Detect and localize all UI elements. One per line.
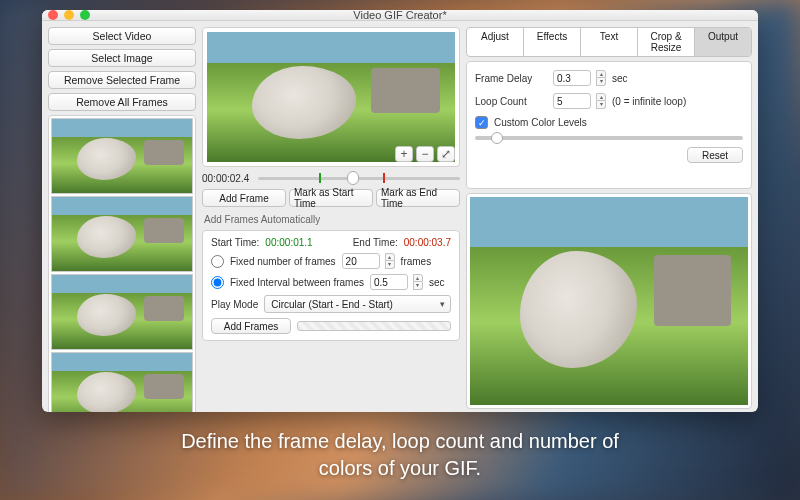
fixed-interval-field[interactable]: 0.5 (370, 274, 408, 290)
marketing-caption: Define the frame delay, loop count and n… (181, 428, 619, 482)
reset-button[interactable]: Reset (687, 147, 743, 163)
custom-colors-label: Custom Color Levels (494, 117, 587, 128)
fixed-interval-radio[interactable] (211, 276, 224, 289)
video-preview: + − ⤢ (202, 27, 460, 167)
tab-adjust[interactable]: Adjust (467, 28, 524, 56)
loop-count-stepper[interactable]: ▴▾ (596, 93, 606, 109)
fixed-number-field[interactable]: 20 (342, 253, 380, 269)
fullscreen-button[interactable]: ⤢ (437, 146, 455, 162)
settings-tabs: Adjust Effects Text Crop & Resize Output (466, 27, 752, 57)
add-frames-progress (297, 321, 451, 331)
start-time-label: Start Time: (211, 237, 259, 248)
loop-count-note: (0 = infinite loop) (612, 96, 686, 107)
loop-count-field[interactable]: 5 (553, 93, 591, 109)
remove-selected-frame-button[interactable]: Remove Selected Frame (48, 71, 196, 89)
select-video-button[interactable]: Select Video (48, 27, 196, 45)
frame-delay-stepper[interactable]: ▴▾ (596, 70, 606, 86)
fixed-interval-stepper[interactable]: ▴▾ (413, 274, 423, 290)
end-time-value: 00:00:03.7 (404, 237, 451, 248)
output-panel: Frame Delay 0.3 ▴▾ sec Loop Count 5 ▴▾ (… (466, 61, 752, 189)
fixed-interval-unit: sec (429, 277, 445, 288)
play-mode-label: Play Mode (211, 299, 258, 310)
fixed-number-unit: frames (401, 256, 432, 267)
zoom-in-button[interactable]: + (395, 146, 413, 162)
fixed-number-label: Fixed number of frames (230, 256, 336, 267)
gif-preview (466, 193, 752, 409)
tab-effects[interactable]: Effects (524, 28, 581, 56)
tab-output[interactable]: Output (695, 28, 751, 56)
frame-delay-unit: sec (612, 73, 628, 84)
timeline-slider[interactable] (258, 171, 460, 185)
frame-thumbnail[interactable] (51, 274, 193, 350)
mark-start-button[interactable]: Mark as Start Time (289, 189, 373, 207)
frame-thumbnail[interactable] (51, 196, 193, 272)
mark-end-button[interactable]: Mark as End Time (376, 189, 460, 207)
remove-all-frames-button[interactable]: Remove All Frames (48, 93, 196, 111)
custom-colors-checkbox[interactable]: ✓ (475, 116, 488, 129)
add-frames-button[interactable]: Add Frames (211, 318, 291, 334)
titlebar: Video GIF Creator* (42, 10, 758, 21)
frame-thumbnail[interactable] (51, 118, 193, 194)
tab-crop-resize[interactable]: Crop & Resize (638, 28, 695, 56)
window-title: Video GIF Creator* (42, 10, 758, 21)
frame-thumbnail-list[interactable] (48, 115, 196, 412)
zoom-out-button[interactable]: − (416, 146, 434, 162)
fixed-number-stepper[interactable]: ▴▾ (385, 253, 395, 269)
fixed-interval-label: Fixed Interval between frames (230, 277, 364, 288)
end-time-label: End Time: (353, 237, 398, 248)
frame-delay-field[interactable]: 0.3 (553, 70, 591, 86)
play-mode-select[interactable]: Circular (Start - End - Start) (264, 295, 451, 313)
start-time-value: 00:00:01.1 (265, 237, 312, 248)
frame-thumbnail[interactable] (51, 352, 193, 412)
app-window: Video GIF Creator* Select Video Select I… (42, 10, 758, 412)
fixed-number-radio[interactable] (211, 255, 224, 268)
auto-frames-heading: Add Frames Automatically (204, 214, 460, 225)
select-image-button[interactable]: Select Image (48, 49, 196, 67)
color-levels-slider[interactable] (475, 136, 743, 140)
frame-delay-label: Frame Delay (475, 73, 547, 84)
loop-count-label: Loop Count (475, 96, 547, 107)
tab-text[interactable]: Text (581, 28, 638, 56)
timecode-label: 00:00:02.4 (202, 173, 254, 184)
add-frame-button[interactable]: Add Frame (202, 189, 286, 207)
auto-frames-panel: Start Time: 00:00:01.1 End Time: 00:00:0… (202, 230, 460, 341)
